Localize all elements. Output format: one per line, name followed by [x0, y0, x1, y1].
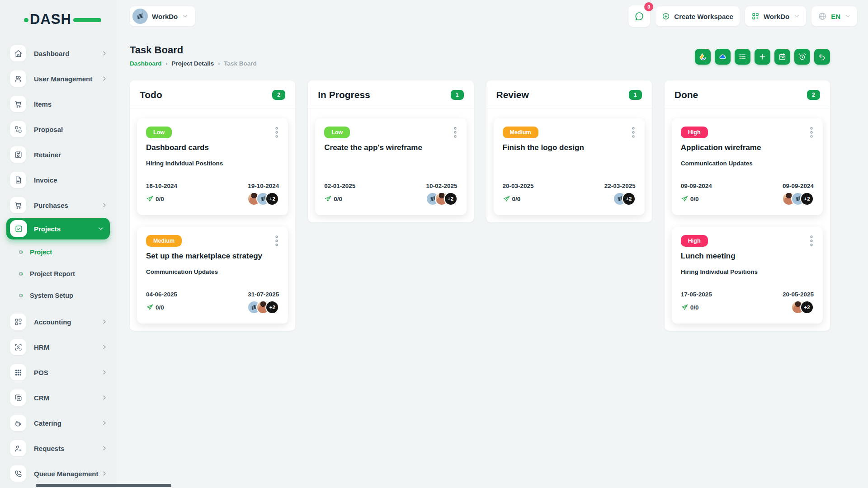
avatar-more[interactable]: +2 — [265, 300, 279, 314]
main-content: Task Board Dashboard › Project Details ›… — [116, 33, 868, 488]
sidebar-item-catering[interactable]: Catering — [0, 410, 116, 436]
sidebar-item-label: Proposal — [34, 126, 108, 133]
grid-plus-icon — [10, 314, 26, 330]
sidebar-item-projects[interactable]: Projects — [6, 218, 110, 239]
chevron-down-icon — [793, 13, 800, 19]
brand-name: DASH — [30, 11, 71, 27]
sidebar-item-label: Dashboard — [34, 50, 101, 57]
card-menu-kebab-icon[interactable] — [451, 127, 459, 138]
chevron-right-icon — [101, 75, 108, 82]
google-drive-icon — [698, 52, 707, 61]
task-start-date: 09-09-2024 — [681, 183, 712, 189]
calendar-icon — [778, 52, 787, 61]
sidebar-item-crm[interactable]: CRM — [0, 385, 116, 410]
task-title: Set up the marketplace strategy — [146, 252, 279, 261]
chevron-right-icon — [101, 343, 108, 351]
task-progress-count: 0/0 — [512, 196, 521, 202]
file-icon — [10, 172, 26, 188]
task-card-lunch-meeting[interactable]: High Lunch meeting Hiring Individual Pos… — [672, 227, 823, 324]
task-card-create-the-app-s-wireframe[interactable]: Low Create the app's wireframe 02-01-202… — [315, 118, 466, 215]
task-progress-count: 0/0 — [690, 304, 699, 311]
task-progress: 0/0 — [681, 195, 699, 203]
avatar-more[interactable]: +2 — [444, 192, 458, 206]
column-cards: Low Create the app's wireframe 02-01-202… — [308, 108, 473, 222]
sidebar-item-retainer[interactable]: Retainer — [0, 142, 116, 167]
breadcrumb-project-details[interactable]: Project Details — [172, 60, 214, 67]
sidebar-submenu: Project Project Report System Setup — [0, 239, 116, 309]
coffee-icon — [10, 415, 26, 431]
task-card-application-wireframe[interactable]: High Application wireframe Communication… — [672, 118, 823, 215]
sidebar-item-items[interactable]: Items — [0, 91, 116, 117]
create-workspace-button[interactable]: Create Workspace — [656, 6, 740, 26]
sidebar-subitem-project-report[interactable]: Project Report — [0, 263, 116, 285]
breadcrumb-dashboard[interactable]: Dashboard — [130, 60, 162, 67]
back-button[interactable] — [814, 49, 830, 65]
sidebar-item-dashboard[interactable]: Dashboard — [0, 41, 116, 66]
copy-icon — [10, 389, 26, 406]
sidebar-item-user-management[interactable]: User Management — [0, 66, 116, 91]
avatar-more[interactable]: +2 — [800, 192, 814, 206]
card-menu-kebab-icon[interactable] — [807, 235, 816, 247]
assignee-avatars: +2 — [426, 192, 458, 206]
workdo-apps-menu[interactable]: WorkDo — [745, 6, 806, 26]
google-drive-button[interactable] — [695, 49, 711, 65]
sidebar-item-label: Invoice — [34, 176, 108, 184]
sidebar-item-accounting[interactable]: Accounting — [0, 309, 116, 334]
brand-logo[interactable]: DASH — [30, 12, 89, 27]
breadcrumb-separator: › — [166, 61, 168, 67]
workspace-selector[interactable]: WorkDo — [130, 6, 195, 26]
sidebar-item-pos[interactable]: POS — [0, 360, 116, 385]
sidebar-item-hrm[interactable]: HRM — [0, 334, 116, 360]
task-card-set-up-the-marketplace-strategy[interactable]: Medium Set up the marketplace strategy C… — [137, 227, 288, 324]
user-plus-icon — [10, 440, 26, 456]
card-menu-kebab-icon[interactable] — [629, 127, 637, 138]
page-scrollbar-thumb[interactable] — [36, 484, 171, 487]
sidebar-item-label: User Management — [34, 75, 101, 83]
chevron-down-icon — [182, 13, 188, 19]
task-card-dashboard-cards[interactable]: Low Dashboard cards Hiring Individual Po… — [137, 118, 288, 215]
timer-button[interactable] — [794, 49, 810, 65]
topbar: WorkDo 0 Create Workspace WorkDo EN — [116, 0, 868, 33]
chevron-down-icon — [844, 13, 851, 19]
one-drive-button[interactable] — [715, 49, 731, 65]
sidebar-subitem-system-setup[interactable]: System Setup — [0, 285, 116, 306]
one-drive-icon — [718, 52, 727, 61]
task-card-finish-the-logo-design[interactable]: Medium Finish the logo design 20-03-2025… — [494, 118, 645, 215]
sidebar-item-proposal[interactable]: Proposal — [0, 117, 116, 142]
avatar-more[interactable]: +2 — [265, 192, 279, 206]
swap-icon — [10, 121, 26, 137]
sidebar-item-invoice[interactable]: Invoice — [0, 167, 116, 192]
sidebar-subitem-label: Project — [30, 249, 52, 256]
language-selector[interactable]: EN — [811, 6, 857, 26]
workdo-menu-label: WorkDo — [764, 13, 789, 20]
board-toolbar — [695, 49, 830, 65]
assignee-avatars: +2 — [247, 300, 279, 314]
column-cards: Medium Finish the logo design 20-03-2025… — [486, 108, 652, 222]
sidebar-item-requests[interactable]: Requests — [0, 436, 116, 461]
task-milestone — [324, 160, 457, 178]
avatar-more[interactable]: +2 — [800, 300, 814, 314]
task-progress: 0/0 — [324, 195, 342, 203]
alarm-icon — [798, 52, 807, 61]
cart-icon — [10, 197, 26, 213]
assignee-avatars: +2 — [782, 192, 814, 206]
avatar-more[interactable]: +2 — [622, 192, 636, 206]
send-icon — [146, 304, 154, 311]
task-end-date: 09-09-2024 — [783, 183, 814, 189]
sidebar-subitem-label: System Setup — [30, 292, 73, 299]
logo-dot — [24, 18, 28, 22]
task-milestone: Communication Updates — [681, 160, 814, 178]
task-title: Lunch meeting — [681, 252, 814, 261]
card-menu-kebab-icon[interactable] — [807, 127, 816, 138]
sidebar-item-purchases[interactable]: Purchases — [0, 192, 116, 218]
sidebar-item-queue-management[interactable]: Queue Management — [0, 461, 116, 486]
calendar-button[interactable] — [774, 49, 790, 65]
chevron-down-icon — [97, 225, 104, 232]
messenger-button[interactable]: 0 — [628, 5, 650, 27]
task-progress-count: 0/0 — [156, 196, 164, 202]
list-view-button[interactable] — [735, 49, 750, 65]
card-menu-kebab-icon[interactable] — [273, 235, 281, 247]
card-menu-kebab-icon[interactable] — [273, 127, 281, 138]
sidebar-subitem-project[interactable]: Project — [0, 241, 116, 263]
add-task-button[interactable] — [755, 49, 770, 65]
